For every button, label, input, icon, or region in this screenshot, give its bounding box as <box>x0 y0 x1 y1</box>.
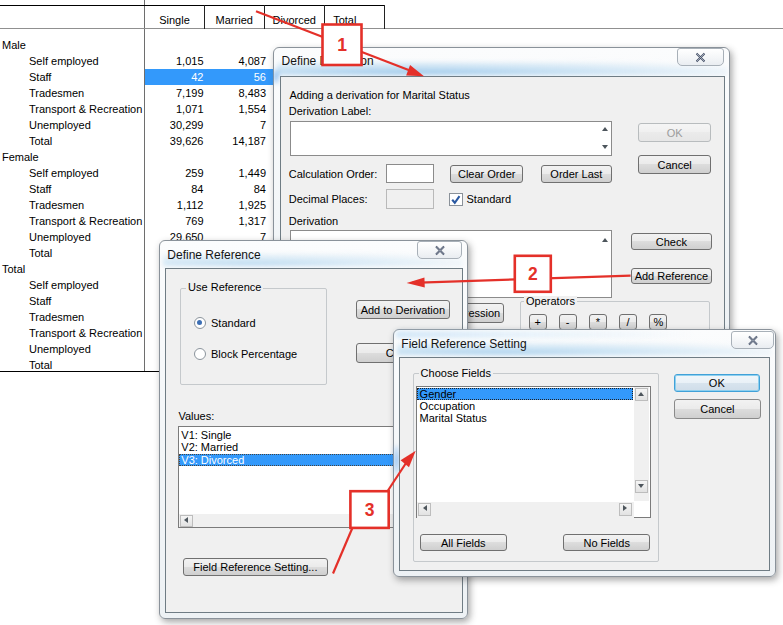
svg-text:3: 3 <box>365 500 375 520</box>
svg-text:2: 2 <box>528 264 538 284</box>
svg-text:1: 1 <box>337 35 347 55</box>
